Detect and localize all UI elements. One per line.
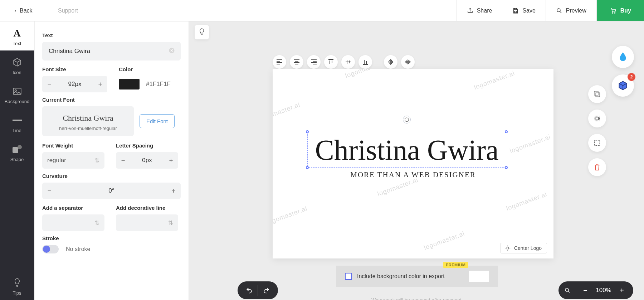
undo-icon (246, 287, 253, 294)
edit-font-button[interactable]: Edit Font (140, 114, 175, 128)
current-font-label: Current Font (42, 97, 181, 103)
clear-text-icon[interactable] (169, 47, 175, 55)
flip-horizontal-button[interactable] (384, 55, 397, 69)
sidebar-item-line[interactable]: Line (0, 108, 34, 137)
svg-point-2 (612, 12, 613, 13)
font-size-increase[interactable]: + (93, 81, 107, 88)
property-panel: Text Font Size − 92px + Color #1F1F1F (34, 21, 189, 300)
undo-redo-bar (238, 281, 278, 299)
curvature-decrease[interactable]: − (42, 187, 57, 195)
font-size-label: Font Size (42, 66, 107, 72)
align-left-button[interactable] (273, 55, 286, 69)
sidebar-item-text[interactable]: A Text (0, 21, 34, 50)
selected-text-object[interactable]: Christina Gwira (307, 132, 506, 168)
resize-button[interactable] (588, 134, 606, 152)
letter-spacing-increase[interactable]: + (164, 157, 178, 164)
add-separator-label: Add a separator (42, 205, 104, 211)
right-action-rail: 2 (612, 46, 634, 97)
text-field-label: Text (42, 32, 181, 38)
sidebar-item-icon[interactable]: Icon (0, 50, 34, 79)
watermark-text: logomaster.ai (505, 190, 548, 212)
resize-handle-sw[interactable] (306, 166, 309, 169)
svg-point-8 (18, 145, 22, 149)
flip-vertical-button[interactable] (401, 55, 415, 69)
stroke-toggle[interactable] (42, 245, 59, 253)
add-decorative-line-label: Add decorative line (116, 205, 178, 211)
svg-rect-10 (507, 247, 508, 249)
undo-button[interactable] (241, 281, 258, 299)
svg-rect-14 (595, 116, 600, 121)
font-preview-card: Christina Gwira herr-von-muellerhoff-reg… (42, 106, 134, 136)
sidebar-item-tips[interactable]: Tips (0, 271, 34, 300)
buy-button[interactable]: Buy (596, 0, 644, 21)
sidebar-item-label: Text (13, 41, 21, 46)
align-right-button[interactable] (307, 55, 321, 69)
align-middle-v-button[interactable] (341, 55, 355, 69)
sidebar-item-label: Line (13, 128, 21, 133)
letter-spacing-decrease[interactable]: − (116, 157, 130, 164)
svg-rect-6 (13, 120, 22, 121)
zoom-in-button[interactable]: + (616, 286, 628, 295)
svg-rect-15 (596, 117, 598, 120)
top-left: ‹ Back Support (0, 0, 89, 21)
lightbulb-icon (14, 278, 20, 287)
text-input[interactable] (42, 42, 181, 61)
watermark-text: logomaster.ai (473, 69, 516, 91)
center-logo-button[interactable]: Center Logo (500, 243, 547, 253)
font-size-stepper[interactable]: − 92px + (42, 76, 107, 92)
save-button[interactable]: Save (502, 0, 545, 21)
preview-label: Preview (566, 8, 586, 14)
back-button[interactable]: ‹ Back (0, 8, 47, 14)
premium-badge: PREMIUM (443, 262, 468, 268)
letter-spacing-stepper[interactable]: − 0px + (116, 152, 178, 169)
resize-handle-ne[interactable] (505, 130, 508, 133)
crop-button[interactable] (588, 110, 606, 127)
font-weight-select[interactable]: regular ⇅ (42, 152, 104, 169)
color-swatch[interactable] (119, 79, 140, 89)
theme-color-button[interactable] (612, 46, 634, 68)
share-button[interactable]: Share (457, 0, 502, 21)
logo-subtitle-text[interactable]: MORE THAN A WEB DESIGNER (273, 170, 553, 179)
add-decorative-line-select[interactable]: ⇅ (116, 214, 178, 231)
sidebar-item-label: Icon (13, 70, 21, 75)
curvature-stepper[interactable]: − 0° + (42, 183, 181, 199)
watermark-text: logomaster.ai (344, 69, 387, 80)
font-size-decrease[interactable]: − (42, 81, 57, 88)
layers-button[interactable]: 2 (612, 74, 634, 97)
support-button[interactable]: Support (47, 8, 89, 14)
align-top-button[interactable] (324, 55, 338, 69)
tips-popup-button[interactable] (195, 25, 209, 39)
cube-icon (13, 58, 22, 67)
sidebar-item-shape[interactable]: Shape (0, 137, 34, 166)
export-background-swatch[interactable] (469, 270, 489, 282)
font-size-value: 92px (57, 81, 93, 88)
curvature-increase[interactable]: + (166, 187, 181, 195)
design-canvas[interactable]: logomaster.ai logomaster.ai logomaster.a… (273, 69, 553, 258)
buy-label: Buy (620, 8, 631, 14)
include-background-checkbox[interactable] (345, 273, 352, 280)
stroke-label: Stroke (42, 235, 181, 241)
delete-button[interactable] (588, 158, 606, 176)
cube-icon (618, 81, 628, 91)
align-bottom-button[interactable] (358, 55, 372, 69)
watermark-text: logomaster.ai (273, 101, 301, 123)
align-center-h-button[interactable] (290, 55, 303, 69)
zoom-out-button[interactable]: − (580, 286, 591, 295)
font-preview-name: Christina Gwira (46, 113, 130, 123)
redo-button[interactable] (258, 281, 274, 299)
top-toolbar: ‹ Back Support Share Save Preview Buy (0, 0, 644, 21)
sidebar-item-background[interactable]: Background (0, 79, 34, 108)
duplicate-icon (593, 90, 601, 98)
font-weight-value: regular (47, 157, 66, 164)
svg-rect-16 (595, 140, 600, 146)
resize-handle-se[interactable] (505, 166, 508, 169)
preview-button[interactable]: Preview (546, 0, 596, 21)
add-separator-select[interactable]: ⇅ (42, 214, 104, 231)
watermark-text: logomaster.ai (423, 230, 466, 252)
svg-rect-0 (514, 11, 517, 13)
sidebar-item-label: Tips (13, 290, 21, 296)
bounding-box-icon (593, 139, 601, 147)
duplicate-button[interactable] (588, 85, 606, 103)
resize-handle-nw[interactable] (306, 130, 309, 133)
curvature-value: 0° (57, 187, 166, 194)
